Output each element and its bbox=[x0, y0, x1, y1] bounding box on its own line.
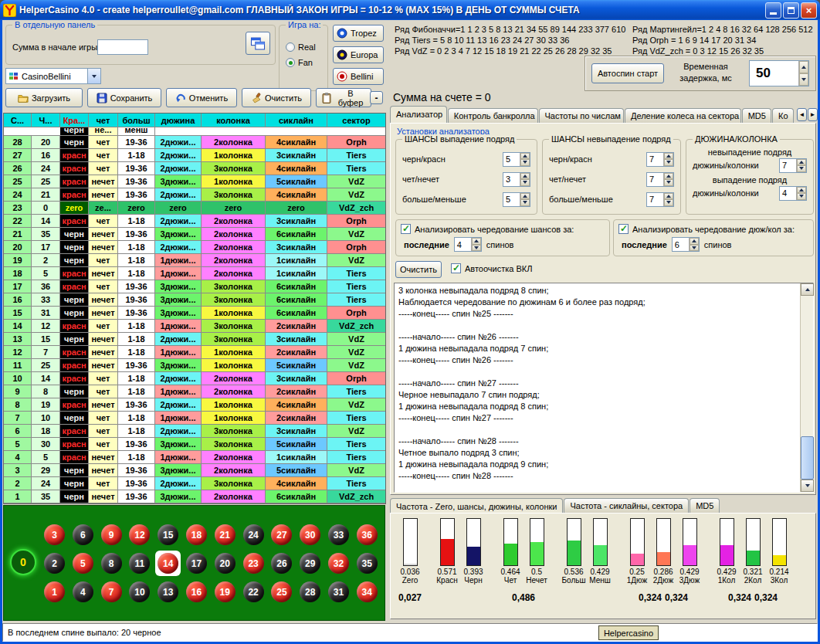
board-number-9[interactable]: 9 bbox=[101, 524, 122, 545]
appear-spin-3-up-button[interactable] bbox=[520, 193, 530, 200]
board-number-5[interactable]: 5 bbox=[73, 553, 93, 574]
board-number-22[interactable]: 22 bbox=[243, 581, 264, 602]
board-number-zero[interactable]: 0 bbox=[10, 549, 36, 575]
action-button-4[interactable]: Очистить bbox=[242, 88, 311, 107]
board-number-15[interactable]: 15 bbox=[158, 524, 178, 545]
board-number-23[interactable]: 23 bbox=[243, 553, 264, 574]
action-button-1[interactable]: Загрузить bbox=[5, 88, 83, 107]
tabs-scroll-left-button[interactable] bbox=[797, 108, 807, 121]
alt-chances-checkbox[interactable] bbox=[401, 224, 411, 234]
board-number-26[interactable]: 26 bbox=[271, 553, 292, 574]
board-number-25[interactable]: 25 bbox=[271, 581, 292, 602]
casino-button-tropez[interactable]: Tropez bbox=[333, 25, 384, 42]
board-number-3[interactable]: 3 bbox=[44, 524, 65, 545]
appear-spin-1-down-button[interactable] bbox=[520, 159, 530, 166]
appear-spin-1[interactable]: 5 bbox=[503, 152, 530, 167]
main-tab-5[interactable]: MD5 bbox=[742, 108, 771, 123]
appear-spin-3[interactable]: 5 bbox=[503, 192, 530, 207]
casino-button-europa[interactable]: Europa bbox=[333, 46, 384, 63]
tabs-scroll-right-button[interactable] bbox=[808, 108, 818, 121]
dozen-not-appear-spin-down-button[interactable] bbox=[797, 165, 806, 172]
dozen-appear-spin-up-button[interactable] bbox=[797, 187, 806, 194]
not-appear-spin-1[interactable]: 7 bbox=[646, 152, 674, 167]
scroll-down-button[interactable] bbox=[801, 480, 814, 492]
board-number-8[interactable]: 8 bbox=[101, 553, 122, 574]
board-number-29[interactable]: 29 bbox=[300, 553, 320, 574]
not-appear-spin-2[interactable]: 7 bbox=[646, 172, 674, 187]
appear-spin-3-down-button[interactable] bbox=[520, 199, 530, 206]
not-appear-spin-2-up-button[interactable] bbox=[664, 173, 673, 180]
board-number-10[interactable]: 10 bbox=[129, 581, 150, 602]
main-tab-1[interactable]: Анализатор bbox=[390, 106, 447, 123]
appear-spin-1-up-button[interactable] bbox=[520, 153, 530, 160]
radio-fan[interactable]: Fan bbox=[286, 58, 316, 67]
log-clear-button[interactable]: Очистить bbox=[395, 261, 442, 278]
alt-dozens-spins-down-button[interactable] bbox=[690, 245, 699, 252]
start-sum-input[interactable] bbox=[97, 39, 148, 55]
dozen-appear-spin[interactable]: 4 bbox=[779, 186, 807, 201]
combo-dropdown-button[interactable] bbox=[87, 69, 100, 83]
board-number-33[interactable]: 33 bbox=[328, 524, 349, 545]
radio-real[interactable]: Real bbox=[286, 42, 316, 52]
alt-chances-spins-down-button[interactable] bbox=[472, 245, 481, 252]
board-number-31[interactable]: 31 bbox=[328, 581, 349, 602]
maximize-button[interactable] bbox=[783, 2, 799, 19]
detach-panel-button[interactable] bbox=[246, 32, 270, 55]
appear-spin-2[interactable]: 3 bbox=[503, 172, 530, 187]
board-number-19[interactable]: 19 bbox=[215, 581, 235, 602]
appear-spin-2-up-button[interactable] bbox=[520, 173, 530, 180]
scroll-up-button[interactable] bbox=[801, 283, 814, 296]
board-number-13[interactable]: 13 bbox=[158, 581, 178, 602]
not-appear-spin-2-down-button[interactable] bbox=[664, 179, 673, 186]
action-button-5[interactable]: В буфер bbox=[316, 88, 371, 107]
board-number-16[interactable]: 16 bbox=[186, 581, 207, 602]
board-number-32[interactable]: 32 bbox=[328, 553, 349, 574]
autospin-start-button[interactable]: Автоспин старт bbox=[591, 63, 664, 83]
not-appear-spin-1-up-button[interactable] bbox=[664, 153, 673, 160]
not-appear-spin-3-down-button[interactable] bbox=[664, 199, 673, 206]
board-number-6[interactable]: 6 bbox=[73, 524, 93, 545]
board-number-12[interactable]: 12 bbox=[129, 524, 150, 545]
board-number-36[interactable]: 36 bbox=[357, 524, 378, 545]
main-tab-4[interactable]: Деление колеса на сектора bbox=[625, 108, 741, 123]
board-number-20[interactable]: 20 bbox=[215, 553, 235, 574]
board-number-4[interactable]: 4 bbox=[73, 581, 93, 602]
board-number-2[interactable]: 2 bbox=[44, 553, 65, 574]
board-number-14[interactable]: 14 bbox=[158, 553, 178, 574]
not-appear-spin-1-down-button[interactable] bbox=[664, 159, 673, 166]
frequency-tab-1[interactable]: Частота - Zero, шансы, дюжины, колонки bbox=[390, 498, 563, 513]
minimize-button[interactable] bbox=[765, 2, 781, 19]
board-number-30[interactable]: 30 bbox=[300, 524, 320, 545]
board-number-24[interactable]: 24 bbox=[243, 524, 264, 545]
appear-spin-2-down-button[interactable] bbox=[520, 179, 530, 186]
alt-dozens-spins-up-button[interactable] bbox=[690, 238, 699, 245]
board-number-34[interactable]: 34 bbox=[357, 581, 378, 602]
delay-up-button[interactable] bbox=[799, 61, 808, 73]
board-number-11[interactable]: 11 bbox=[129, 553, 150, 574]
board-number-28[interactable]: 28 bbox=[300, 581, 320, 602]
autoclear-checkbox[interactable] bbox=[451, 263, 461, 273]
alt-dozens-checkbox[interactable] bbox=[618, 224, 629, 234]
action-button-2[interactable]: Сохранить bbox=[87, 88, 161, 107]
board-number-7[interactable]: 7 bbox=[101, 581, 122, 602]
close-button[interactable]: × bbox=[801, 2, 817, 19]
board-number-27[interactable]: 27 bbox=[271, 524, 292, 545]
not-appear-spin-3[interactable]: 7 bbox=[646, 192, 674, 207]
scroll-thumb[interactable] bbox=[801, 436, 814, 480]
dozen-not-appear-spin[interactable]: 7 bbox=[779, 158, 807, 173]
collapse-button[interactable]: - bbox=[370, 91, 383, 104]
title-bar[interactable]: HelperCasino 4.0 - create helperroullet@… bbox=[0, 0, 820, 20]
log-scrollbar[interactable] bbox=[800, 283, 813, 492]
frequency-tab-3[interactable]: MD5 bbox=[690, 498, 720, 513]
delay-input[interactable]: 50 bbox=[749, 60, 809, 86]
dozen-appear-spin-down-button[interactable] bbox=[797, 193, 806, 200]
dozen-not-appear-spin-up-button[interactable] bbox=[797, 159, 806, 166]
alt-chances-spins-up-button[interactable] bbox=[472, 238, 481, 245]
main-tab-2[interactable]: Контроль банкролла bbox=[448, 108, 538, 123]
analyzer-log[interactable]: 3 колонка невыпадала подряд 8 спин;Наблю… bbox=[394, 283, 814, 493]
board-number-18[interactable]: 18 bbox=[186, 524, 207, 545]
alt-chances-spins[interactable]: 4 bbox=[454, 237, 482, 252]
alt-dozens-spins[interactable]: 6 bbox=[672, 237, 700, 252]
main-tab-3[interactable]: Частоты по числам bbox=[539, 108, 624, 123]
frequency-tab-2[interactable]: Частота - сиклайны, сектора bbox=[564, 498, 689, 513]
